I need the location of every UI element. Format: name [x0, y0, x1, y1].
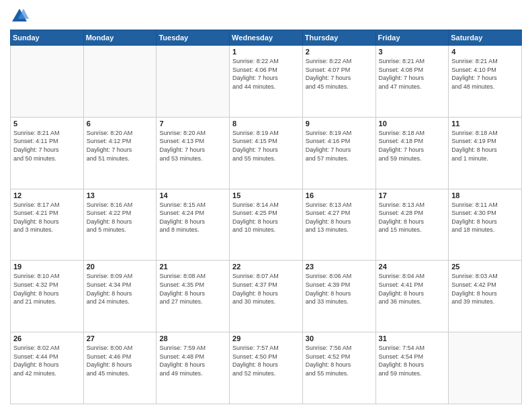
day-number: 8 [232, 120, 300, 128]
day-info: Sunrise: 8:15 AMSunset: 4:24 PMDaylight:… [159, 201, 226, 234]
day-info: Sunrise: 8:13 AMSunset: 4:27 PMDaylight:… [306, 201, 373, 234]
day-cell: 27Sunrise: 8:00 AMSunset: 4:46 PMDayligh… [83, 332, 157, 404]
day-info: Sunrise: 8:11 AMSunset: 4:30 PMDaylight:… [451, 201, 519, 234]
column-header-thursday: Thursday [302, 30, 375, 46]
day-info: Sunrise: 8:19 AMSunset: 4:16 PMDaylight:… [306, 129, 373, 163]
day-cell: 1Sunrise: 8:22 AMSunset: 4:06 PMDaylight… [230, 46, 303, 118]
day-number: 28 [159, 334, 226, 342]
day-cell: 25Sunrise: 8:03 AMSunset: 4:42 PMDayligh… [449, 261, 522, 332]
day-number: 16 [306, 191, 373, 199]
day-cell: 13Sunrise: 8:16 AMSunset: 4:22 PMDayligh… [83, 189, 157, 261]
day-number: 4 [451, 48, 519, 56]
day-number: 19 [13, 263, 81, 271]
week-row-4: 26Sunrise: 8:02 AMSunset: 4:44 PMDayligh… [11, 332, 522, 404]
day-info: Sunrise: 8:17 AMSunset: 4:21 PMDaylight:… [13, 201, 81, 234]
day-cell: 7Sunrise: 8:20 AMSunset: 4:13 PMDaylight… [157, 117, 230, 189]
day-number: 26 [13, 334, 81, 342]
day-number: 21 [159, 263, 226, 271]
day-number: 13 [87, 191, 154, 199]
column-header-friday: Friday [375, 30, 449, 46]
day-info: Sunrise: 8:03 AMSunset: 4:42 PMDaylight:… [451, 272, 519, 306]
day-cell: 30Sunrise: 7:56 AMSunset: 4:52 PMDayligh… [302, 332, 375, 404]
day-number: 10 [379, 120, 446, 128]
week-row-0: 1Sunrise: 8:22 AMSunset: 4:06 PMDaylight… [11, 46, 522, 118]
day-cell: 4Sunrise: 8:21 AMSunset: 4:10 PMDaylight… [449, 46, 522, 118]
day-info: Sunrise: 8:18 AMSunset: 4:18 PMDaylight:… [379, 129, 446, 163]
day-number: 20 [87, 263, 154, 271]
logo [10, 7, 32, 26]
day-info: Sunrise: 8:07 AMSunset: 4:37 PMDaylight:… [232, 272, 300, 306]
day-info: Sunrise: 8:20 AMSunset: 4:12 PMDaylight:… [87, 129, 154, 163]
column-header-tuesday: Tuesday [157, 30, 230, 46]
day-info: Sunrise: 8:09 AMSunset: 4:34 PMDaylight:… [87, 272, 154, 306]
day-info: Sunrise: 8:22 AMSunset: 4:07 PMDaylight:… [306, 57, 373, 91]
day-cell: 14Sunrise: 8:15 AMSunset: 4:24 PMDayligh… [157, 189, 230, 261]
day-cell: 23Sunrise: 8:06 AMSunset: 4:39 PMDayligh… [302, 261, 375, 332]
day-number: 7 [159, 120, 226, 128]
day-number: 2 [306, 48, 373, 56]
day-cell: 21Sunrise: 8:08 AMSunset: 4:35 PMDayligh… [157, 261, 230, 332]
day-cell: 29Sunrise: 7:57 AMSunset: 4:50 PMDayligh… [230, 332, 303, 404]
day-cell: 26Sunrise: 8:02 AMSunset: 4:44 PMDayligh… [11, 332, 84, 404]
day-cell: 8Sunrise: 8:19 AMSunset: 4:15 PMDaylight… [230, 117, 303, 189]
day-cell [83, 46, 157, 118]
day-number: 5 [13, 120, 81, 128]
day-cell: 31Sunrise: 7:54 AMSunset: 4:54 PMDayligh… [375, 332, 449, 404]
day-cell: 22Sunrise: 8:07 AMSunset: 4:37 PMDayligh… [230, 261, 303, 332]
day-number: 12 [13, 191, 81, 199]
day-info: Sunrise: 8:19 AMSunset: 4:15 PMDaylight:… [232, 129, 300, 163]
day-info: Sunrise: 7:59 AMSunset: 4:48 PMDaylight:… [159, 344, 226, 377]
day-info: Sunrise: 8:22 AMSunset: 4:06 PMDaylight:… [232, 57, 300, 91]
day-number: 9 [306, 120, 373, 128]
header-row: SundayMondayTuesdayWednesdayThursdayFrid… [11, 30, 522, 46]
day-number: 1 [232, 48, 300, 56]
day-cell: 28Sunrise: 7:59 AMSunset: 4:48 PMDayligh… [157, 332, 230, 404]
day-cell: 12Sunrise: 8:17 AMSunset: 4:21 PMDayligh… [11, 189, 84, 261]
week-row-3: 19Sunrise: 8:10 AMSunset: 4:32 PMDayligh… [11, 261, 522, 332]
day-info: Sunrise: 7:57 AMSunset: 4:50 PMDaylight:… [232, 344, 300, 377]
day-cell: 10Sunrise: 8:18 AMSunset: 4:18 PMDayligh… [375, 117, 449, 189]
page: SundayMondayTuesdayWednesdayThursdayFrid… [0, 0, 532, 411]
day-info: Sunrise: 8:14 AMSunset: 4:25 PMDaylight:… [232, 201, 300, 234]
day-cell: 5Sunrise: 8:21 AMSunset: 4:11 PMDaylight… [11, 117, 84, 189]
day-cell: 15Sunrise: 8:14 AMSunset: 4:25 PMDayligh… [230, 189, 303, 261]
day-cell: 2Sunrise: 8:22 AMSunset: 4:07 PMDaylight… [302, 46, 375, 118]
day-cell: 19Sunrise: 8:10 AMSunset: 4:32 PMDayligh… [11, 261, 84, 332]
day-info: Sunrise: 8:20 AMSunset: 4:13 PMDaylight:… [159, 129, 226, 163]
calendar-body: 1Sunrise: 8:22 AMSunset: 4:06 PMDaylight… [11, 46, 522, 404]
day-info: Sunrise: 8:04 AMSunset: 4:41 PMDaylight:… [379, 272, 446, 306]
day-cell: 20Sunrise: 8:09 AMSunset: 4:34 PMDayligh… [83, 261, 157, 332]
calendar-header: SundayMondayTuesdayWednesdayThursdayFrid… [11, 30, 522, 46]
day-info: Sunrise: 8:21 AMSunset: 4:11 PMDaylight:… [13, 129, 81, 163]
day-number: 11 [451, 120, 519, 128]
day-info: Sunrise: 8:02 AMSunset: 4:44 PMDaylight:… [13, 344, 81, 377]
day-info: Sunrise: 8:08 AMSunset: 4:35 PMDaylight:… [159, 272, 226, 306]
day-info: Sunrise: 8:21 AMSunset: 4:08 PMDaylight:… [379, 57, 446, 91]
day-number: 27 [87, 334, 154, 342]
day-number: 22 [232, 263, 300, 271]
day-info: Sunrise: 7:56 AMSunset: 4:52 PMDaylight:… [306, 344, 373, 377]
day-info: Sunrise: 8:18 AMSunset: 4:19 PMDaylight:… [451, 129, 519, 163]
column-header-wednesday: Wednesday [230, 30, 303, 46]
calendar-table: SundayMondayTuesdayWednesdayThursdayFrid… [10, 30, 522, 404]
day-cell: 17Sunrise: 8:13 AMSunset: 4:28 PMDayligh… [375, 189, 449, 261]
day-cell [449, 332, 522, 404]
day-number: 25 [451, 263, 519, 271]
day-number: 31 [379, 334, 446, 342]
day-number: 29 [232, 334, 300, 342]
day-cell: 9Sunrise: 8:19 AMSunset: 4:16 PMDaylight… [302, 117, 375, 189]
column-header-sunday: Sunday [11, 30, 84, 46]
column-header-saturday: Saturday [449, 30, 522, 46]
day-number: 6 [87, 120, 154, 128]
day-info: Sunrise: 7:54 AMSunset: 4:54 PMDaylight:… [379, 344, 446, 377]
header [10, 7, 522, 26]
day-info: Sunrise: 8:13 AMSunset: 4:28 PMDaylight:… [379, 201, 446, 234]
day-info: Sunrise: 8:16 AMSunset: 4:22 PMDaylight:… [87, 201, 154, 234]
day-number: 23 [306, 263, 373, 271]
day-cell: 24Sunrise: 8:04 AMSunset: 4:41 PMDayligh… [375, 261, 449, 332]
week-row-1: 5Sunrise: 8:21 AMSunset: 4:11 PMDaylight… [11, 117, 522, 189]
day-info: Sunrise: 8:00 AMSunset: 4:46 PMDaylight:… [87, 344, 154, 377]
week-row-2: 12Sunrise: 8:17 AMSunset: 4:21 PMDayligh… [11, 189, 522, 261]
day-number: 17 [379, 191, 446, 199]
day-number: 24 [379, 263, 446, 271]
